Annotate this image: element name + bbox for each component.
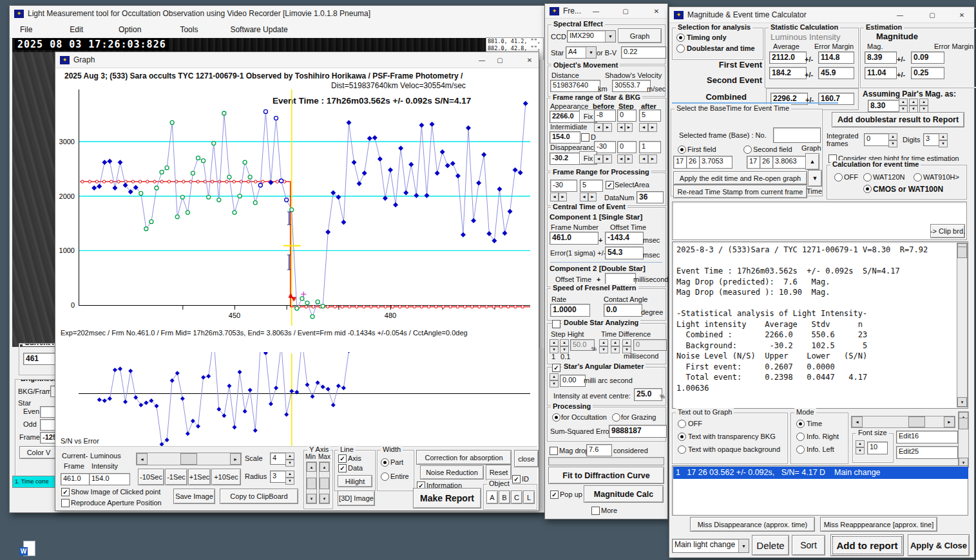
right-arrow-icon[interactable]: ►	[648, 154, 657, 163]
first-em-field[interactable]: 114.8	[818, 51, 854, 64]
id-checkbox[interactable]: ✓	[512, 475, 521, 483]
intermidiate-field[interactable]: 154.0	[550, 131, 580, 144]
video-frame-area[interactable]	[12, 52, 55, 347]
angular-field[interactable]: 0.00	[560, 375, 586, 387]
appearance-field[interactable]: 2266.0	[550, 111, 582, 123]
object-a-button[interactable]: A	[486, 490, 498, 504]
bv-field[interactable]: 0.22	[621, 46, 666, 59]
close-button[interactable]: close	[514, 450, 539, 467]
spectral-graph-button[interactable]: Graph	[618, 28, 662, 43]
plus-1sec-button[interactable]: +1Sec	[188, 469, 211, 485]
edit16-field[interactable]: Edit16	[896, 431, 958, 443]
after1-field[interactable]: 5	[639, 109, 661, 122]
miss-disappearance-button[interactable]: Miss Disappearance (approx. time)	[690, 517, 815, 532]
scroll-thumb[interactable]	[908, 416, 925, 427]
hilight-button[interactable]: Hilight	[338, 475, 372, 487]
transparency-radio[interactable]	[678, 433, 686, 441]
apply-edit-time-button[interactable]: Apply the edit time and Re-open graph	[673, 171, 807, 185]
reproduce-aperture-checkbox[interactable]	[61, 499, 70, 507]
object-c-button[interactable]: C	[511, 490, 522, 504]
up-arrow-icon[interactable]: ▲	[550, 339, 559, 346]
report-scrollbar[interactable]: ▲▼	[957, 243, 968, 407]
selected-frame-field[interactable]	[773, 127, 821, 143]
left-arrow-icon[interactable]: ◄	[550, 192, 559, 201]
down-arrow-icon[interactable]: ▼	[738, 539, 749, 552]
after2-arrows[interactable]: ◄►	[639, 154, 657, 163]
for-grazing-radio[interactable]	[612, 413, 620, 422]
before2-field[interactable]: -30	[594, 141, 616, 153]
3d-image-button[interactable]: [3D] Image	[338, 490, 375, 506]
second-mag-em-field[interactable]: 0.25	[911, 67, 944, 79]
off-radio[interactable]	[834, 173, 843, 182]
left-arrow-icon[interactable]: ◄	[580, 192, 588, 201]
second-field-radio[interactable]	[743, 145, 752, 154]
reset-button[interactable]: Reset	[486, 465, 512, 480]
down-arrow-icon[interactable]: ▼	[285, 478, 294, 485]
menu-software-update[interactable]: Software Update	[224, 23, 294, 37]
right-arrow-icon[interactable]: ►	[230, 453, 241, 465]
angular-spinner[interactable]: ▲▼	[550, 373, 559, 386]
ccd-combo[interactable]: IMX290▼	[567, 30, 616, 42]
up-arrow-icon[interactable]: ▲	[909, 98, 918, 106]
graph-current-frame-field[interactable]: 461.0	[61, 473, 90, 485]
before1-arrows[interactable]: ◄►	[594, 123, 612, 132]
up-arrow-icon[interactable]: ▲	[560, 339, 569, 346]
step-hight-spinner1[interactable]: ▲▼	[550, 339, 559, 351]
right-arrow-icon[interactable]: ►	[648, 123, 657, 132]
sort-button[interactable]: Sort	[792, 535, 825, 555]
luminous-intensity-field[interactable]: 154.0	[89, 473, 130, 485]
radius-spinner[interactable]: ▲▼	[285, 471, 294, 483]
digits-spinner[interactable]: ▲▼	[939, 133, 948, 146]
up-arrow-icon[interactable]: ▲	[899, 98, 908, 106]
down-arrow-icon[interactable]: ▼	[957, 397, 967, 407]
menu-edit[interactable]: Edit	[63, 23, 90, 37]
scroll-thumb[interactable]	[957, 247, 967, 258]
down-arrow-icon[interactable]: ▼	[586, 47, 596, 58]
fit-diffraction-button[interactable]: Fit to Diffraction Curve	[548, 467, 664, 484]
mag-drop-field[interactable]: 7.6	[586, 444, 612, 456]
second-em-field[interactable]: 45.9	[818, 67, 854, 79]
error-sigma-field[interactable]: 54.3	[605, 247, 644, 259]
right-arrow-icon[interactable]: ►	[625, 154, 633, 163]
minus-1sec-button[interactable]: -1Sec	[165, 469, 187, 485]
integrated-frames-field[interactable]: 0	[864, 133, 891, 146]
distance-field[interactable]: 519837640	[550, 80, 600, 92]
down-arrow-icon[interactable]: ▼	[320, 494, 329, 503]
left-arrow-icon[interactable]: ◄	[639, 154, 648, 163]
up-arrow-icon[interactable]: ▲	[307, 462, 316, 472]
step2-field[interactable]: 0	[617, 141, 636, 153]
menu-tools[interactable]: Tools	[173, 23, 204, 37]
angular-diameter-checkbox[interactable]: ✓	[552, 364, 560, 372]
selectarea-checkbox[interactable]: ✓	[606, 181, 614, 189]
cmos-radio[interactable]	[863, 185, 872, 193]
pair-mag-field[interactable]: 8.30	[868, 100, 900, 112]
light-change-combo[interactable]: Main light change▼	[672, 539, 749, 553]
ymax-scrollbar[interactable]: ▲▼	[319, 462, 330, 504]
more-checkbox[interactable]	[591, 507, 600, 515]
up-arrow-icon[interactable]: ▲	[550, 373, 559, 380]
down-arrow-icon[interactable]: ▼	[307, 494, 316, 503]
sse-field[interactable]: 9888187	[609, 425, 667, 438]
left-arrow-icon[interactable]: ◄	[594, 154, 603, 163]
color-button[interactable]: Color V	[19, 446, 57, 459]
graph-maximize-button[interactable]: ▢	[491, 52, 509, 68]
down-arrow-icon[interactable]: ▼	[611, 346, 620, 353]
datanum-field[interactable]: 36	[636, 191, 664, 203]
down-arrow-icon[interactable]: ▼	[605, 31, 615, 42]
range-end-field[interactable]: 5	[580, 180, 603, 192]
timing-only-radio[interactable]	[676, 33, 685, 42]
right-arrow-icon[interactable]: ►	[625, 123, 633, 132]
ymin-scrollbar[interactable]: ▲▼	[306, 462, 317, 504]
axis-checkbox[interactable]: ✓	[338, 454, 347, 463]
reread-timestamp-button[interactable]: Re-read Time Stamp from current frame	[673, 185, 807, 198]
disappearance-field[interactable]: -30.2	[550, 153, 580, 165]
menu-file[interactable]: File	[14, 23, 39, 37]
up-arrow-icon[interactable]: ▲	[622, 339, 631, 346]
object-l-button[interactable]: L	[523, 490, 535, 504]
left-arrow-icon[interactable]: ◄	[617, 154, 625, 163]
down-arrow-icon[interactable]: ▼	[888, 140, 897, 147]
up-arrow-icon[interactable]: ▲	[939, 133, 948, 140]
calculator-close-button[interactable]: ✕	[953, 7, 971, 23]
delete-button[interactable]: Delete	[752, 535, 789, 555]
graph-title-bar[interactable]: ✦ Graph	[55, 52, 539, 68]
